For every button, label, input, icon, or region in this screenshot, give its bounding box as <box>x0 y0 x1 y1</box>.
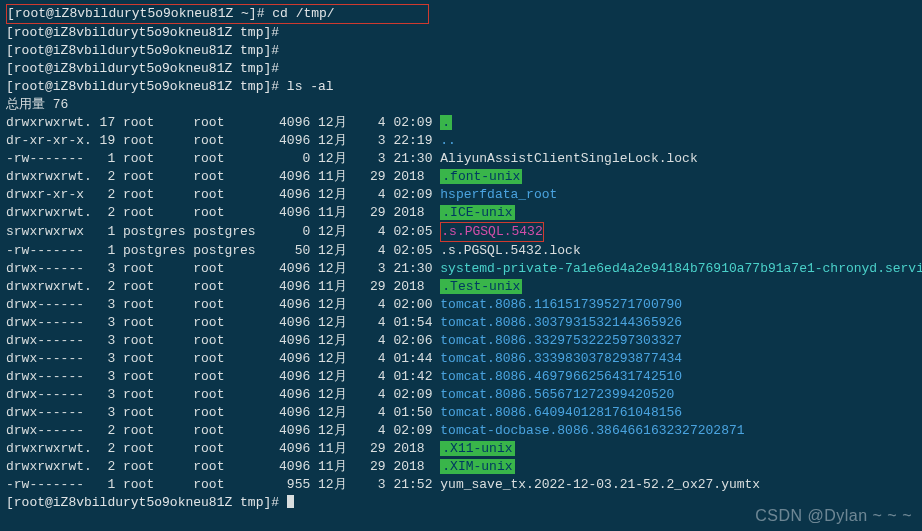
ls-row: drwx------ 3 root root 4096 12月 4 02:06 … <box>6 332 916 350</box>
watermark: CSDN @Dylan ~ ~ ~ <box>755 507 912 525</box>
ls-row: drwx------ 3 root root 4096 12月 4 01:54 … <box>6 314 916 332</box>
ls-row: srwxrwxrwx 1 postgres postgres 0 12月 4 0… <box>6 222 916 242</box>
ls-row: drwxrwxrwt. 2 root root 4096 11月 29 2018… <box>6 440 916 458</box>
ls-row: -rw------- 1 root root 0 12月 3 21:30 Ali… <box>6 150 916 168</box>
prompt-line: [root@iZ8vbilduryt5o9okneu81Z tmp]# <box>6 42 916 60</box>
ls-row: -rw------- 1 root root 955 12月 3 21:52 y… <box>6 476 916 494</box>
ls-row: drwx------ 3 root root 4096 12月 4 02:00 … <box>6 296 916 314</box>
ls-row: -rw------- 1 postgres postgres 50 12月 4 … <box>6 242 916 260</box>
ls-row: drwxrwxrwt. 2 root root 4096 11月 29 2018… <box>6 458 916 476</box>
ls-row: drwxrwxrwt. 2 root root 4096 11月 29 2018… <box>6 168 916 186</box>
prompt-line: [root@iZ8vbilduryt5o9okneu81Z ~]# cd /tm… <box>6 4 916 24</box>
ls-row: drwxrwxrwt. 2 root root 4096 11月 29 2018… <box>6 204 916 222</box>
ls-row: drwx------ 2 root root 4096 12月 4 02:09 … <box>6 422 916 440</box>
ls-row: drwxrwxrwt. 2 root root 4096 11月 29 2018… <box>6 278 916 296</box>
ls-row: dr-xr-xr-x. 19 root root 4096 12月 3 22:1… <box>6 132 916 150</box>
total-line: 总用量 76 <box>6 96 916 114</box>
ls-row: drwx------ 3 root root 4096 12月 3 21:30 … <box>6 260 916 278</box>
ls-row: drwx------ 3 root root 4096 12月 4 01:44 … <box>6 350 916 368</box>
prompt-line: [root@iZ8vbilduryt5o9okneu81Z tmp]# <box>6 60 916 78</box>
ls-row: drwxrwxrwt. 17 root root 4096 12月 4 02:0… <box>6 114 916 132</box>
ls-row: drwx------ 3 root root 4096 12月 4 01:42 … <box>6 368 916 386</box>
prompt-line: [root@iZ8vbilduryt5o9okneu81Z tmp]# <box>6 24 916 42</box>
ls-row: drwx------ 3 root root 4096 12月 4 01:50 … <box>6 404 916 422</box>
prompt-line: [root@iZ8vbilduryt5o9okneu81Z tmp]# ls -… <box>6 78 916 96</box>
ls-row: drwx------ 3 root root 4096 12月 4 02:09 … <box>6 386 916 404</box>
terminal[interactable]: [root@iZ8vbilduryt5o9okneu81Z ~]# cd /tm… <box>6 4 916 512</box>
ls-row: drwxr-xr-x 2 root root 4096 12月 4 02:09 … <box>6 186 916 204</box>
